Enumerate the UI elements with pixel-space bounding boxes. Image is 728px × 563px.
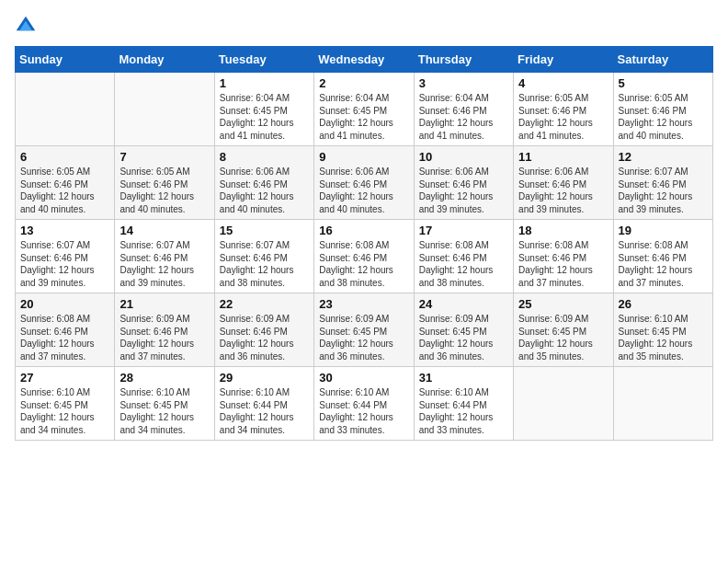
calendar: SundayMondayTuesdayWednesdayThursdayFrid…	[15, 46, 713, 441]
calendar-week-row: 6Sunrise: 6:05 AM Sunset: 6:46 PM Daylig…	[16, 146, 713, 220]
day-info: Sunrise: 6:09 AM Sunset: 6:45 PM Dayligh…	[419, 313, 508, 362]
day-info: Sunrise: 6:05 AM Sunset: 6:46 PM Dayligh…	[518, 92, 608, 142]
calendar-cell: 22Sunrise: 6:09 AM Sunset: 6:46 PM Dayli…	[214, 293, 313, 367]
calendar-week-row: 20Sunrise: 6:08 AM Sunset: 6:46 PM Dayli…	[16, 293, 713, 367]
day-number: 16	[319, 224, 408, 237]
day-info: Sunrise: 6:06 AM Sunset: 6:46 PM Dayligh…	[419, 166, 508, 215]
day-number: 1	[220, 76, 309, 90]
calendar-cell: 3Sunrise: 6:04 AM Sunset: 6:46 PM Daylig…	[414, 73, 513, 146]
page-header	[15, 15, 713, 37]
calendar-cell	[115, 73, 214, 146]
day-info: Sunrise: 6:07 AM Sunset: 6:46 PM Dayligh…	[119, 239, 209, 289]
weekday-header: Sunday	[16, 47, 115, 73]
day-number: 24	[419, 297, 508, 311]
weekday-header: Wednesday	[314, 47, 414, 73]
day-info: Sunrise: 6:06 AM Sunset: 6:46 PM Dayligh…	[319, 166, 408, 215]
day-number: 2	[319, 76, 408, 90]
logo	[15, 15, 40, 37]
day-info: Sunrise: 6:06 AM Sunset: 6:46 PM Dayligh…	[220, 166, 309, 215]
day-info: Sunrise: 6:09 AM Sunset: 6:45 PM Dayligh…	[319, 313, 408, 362]
weekday-header: Saturday	[613, 47, 712, 73]
calendar-cell: 19Sunrise: 6:08 AM Sunset: 6:46 PM Dayli…	[613, 220, 712, 293]
calendar-week-row: 27Sunrise: 6:10 AM Sunset: 6:45 PM Dayli…	[16, 367, 713, 441]
day-info: Sunrise: 6:09 AM Sunset: 6:46 PM Dayligh…	[119, 313, 209, 362]
day-info: Sunrise: 6:06 AM Sunset: 6:46 PM Dayligh…	[518, 166, 608, 215]
day-number: 10	[419, 150, 508, 164]
day-info: Sunrise: 6:10 AM Sunset: 6:45 PM Dayligh…	[20, 386, 109, 436]
logo-icon	[15, 15, 37, 37]
day-info: Sunrise: 6:08 AM Sunset: 6:46 PM Dayligh…	[419, 239, 508, 289]
day-info: Sunrise: 6:08 AM Sunset: 6:46 PM Dayligh…	[20, 313, 109, 362]
day-number: 4	[518, 76, 608, 90]
calendar-cell: 4Sunrise: 6:05 AM Sunset: 6:46 PM Daylig…	[514, 73, 613, 146]
calendar-cell: 26Sunrise: 6:10 AM Sunset: 6:45 PM Dayli…	[613, 293, 712, 367]
day-info: Sunrise: 6:10 AM Sunset: 6:44 PM Dayligh…	[419, 386, 508, 436]
calendar-cell: 20Sunrise: 6:08 AM Sunset: 6:46 PM Dayli…	[16, 293, 115, 367]
calendar-cell: 23Sunrise: 6:09 AM Sunset: 6:45 PM Dayli…	[314, 293, 414, 367]
day-info: Sunrise: 6:09 AM Sunset: 6:46 PM Dayligh…	[220, 313, 309, 362]
day-info: Sunrise: 6:07 AM Sunset: 6:46 PM Dayligh…	[619, 166, 708, 215]
day-info: Sunrise: 6:05 AM Sunset: 6:46 PM Dayligh…	[619, 92, 708, 142]
day-number: 17	[419, 224, 508, 237]
day-info: Sunrise: 6:04 AM Sunset: 6:45 PM Dayligh…	[220, 92, 309, 142]
day-info: Sunrise: 6:10 AM Sunset: 6:44 PM Dayligh…	[319, 386, 408, 436]
day-number: 26	[619, 297, 708, 311]
calendar-cell: 18Sunrise: 6:08 AM Sunset: 6:46 PM Dayli…	[514, 220, 613, 293]
day-number: 6	[20, 150, 109, 164]
weekday-header: Monday	[115, 47, 214, 73]
day-number: 5	[619, 76, 708, 90]
day-info: Sunrise: 6:04 AM Sunset: 6:45 PM Dayligh…	[319, 92, 408, 142]
day-number: 28	[119, 371, 209, 385]
calendar-cell: 7Sunrise: 6:05 AM Sunset: 6:46 PM Daylig…	[115, 146, 214, 220]
day-number: 31	[419, 371, 508, 385]
day-number: 3	[419, 76, 508, 90]
calendar-cell: 16Sunrise: 6:08 AM Sunset: 6:46 PM Dayli…	[314, 220, 414, 293]
calendar-cell: 30Sunrise: 6:10 AM Sunset: 6:44 PM Dayli…	[314, 367, 414, 441]
day-number: 13	[20, 224, 109, 237]
day-number: 29	[220, 371, 309, 385]
calendar-cell: 5Sunrise: 6:05 AM Sunset: 6:46 PM Daylig…	[613, 73, 712, 146]
day-number: 20	[20, 297, 109, 311]
calendar-cell: 8Sunrise: 6:06 AM Sunset: 6:46 PM Daylig…	[214, 146, 313, 220]
calendar-cell: 11Sunrise: 6:06 AM Sunset: 6:46 PM Dayli…	[514, 146, 613, 220]
day-number: 23	[319, 297, 408, 311]
day-info: Sunrise: 6:04 AM Sunset: 6:46 PM Dayligh…	[419, 92, 508, 142]
day-number: 14	[119, 224, 209, 237]
day-number: 11	[518, 150, 608, 164]
calendar-week-row: 1Sunrise: 6:04 AM Sunset: 6:45 PM Daylig…	[16, 73, 713, 146]
day-info: Sunrise: 6:08 AM Sunset: 6:46 PM Dayligh…	[619, 239, 708, 289]
calendar-cell: 6Sunrise: 6:05 AM Sunset: 6:46 PM Daylig…	[16, 146, 115, 220]
calendar-cell: 29Sunrise: 6:10 AM Sunset: 6:44 PM Dayli…	[214, 367, 313, 441]
calendar-cell: 24Sunrise: 6:09 AM Sunset: 6:45 PM Dayli…	[414, 293, 513, 367]
calendar-cell: 15Sunrise: 6:07 AM Sunset: 6:46 PM Dayli…	[214, 220, 313, 293]
calendar-week-row: 13Sunrise: 6:07 AM Sunset: 6:46 PM Dayli…	[16, 220, 713, 293]
day-number: 7	[119, 150, 209, 164]
day-info: Sunrise: 6:10 AM Sunset: 6:45 PM Dayligh…	[119, 386, 209, 436]
calendar-cell: 1Sunrise: 6:04 AM Sunset: 6:45 PM Daylig…	[214, 73, 313, 146]
calendar-cell: 17Sunrise: 6:08 AM Sunset: 6:46 PM Dayli…	[414, 220, 513, 293]
calendar-cell	[613, 367, 712, 441]
calendar-header-row: SundayMondayTuesdayWednesdayThursdayFrid…	[16, 47, 713, 73]
calendar-cell: 25Sunrise: 6:09 AM Sunset: 6:45 PM Dayli…	[514, 293, 613, 367]
calendar-cell: 2Sunrise: 6:04 AM Sunset: 6:45 PM Daylig…	[314, 73, 414, 146]
day-number: 18	[518, 224, 608, 237]
day-info: Sunrise: 6:10 AM Sunset: 6:44 PM Dayligh…	[220, 386, 309, 436]
calendar-cell: 12Sunrise: 6:07 AM Sunset: 6:46 PM Dayli…	[613, 146, 712, 220]
calendar-cell	[16, 73, 115, 146]
calendar-cell: 9Sunrise: 6:06 AM Sunset: 6:46 PM Daylig…	[314, 146, 414, 220]
calendar-cell: 10Sunrise: 6:06 AM Sunset: 6:46 PM Dayli…	[414, 146, 513, 220]
day-info: Sunrise: 6:07 AM Sunset: 6:46 PM Dayligh…	[220, 239, 309, 289]
day-number: 12	[619, 150, 708, 164]
day-number: 15	[220, 224, 309, 237]
day-info: Sunrise: 6:08 AM Sunset: 6:46 PM Dayligh…	[319, 239, 408, 289]
day-number: 8	[220, 150, 309, 164]
day-info: Sunrise: 6:05 AM Sunset: 6:46 PM Dayligh…	[20, 166, 109, 215]
day-number: 27	[20, 371, 109, 385]
calendar-cell: 31Sunrise: 6:10 AM Sunset: 6:44 PM Dayli…	[414, 367, 513, 441]
day-info: Sunrise: 6:10 AM Sunset: 6:45 PM Dayligh…	[619, 313, 708, 362]
weekday-header: Tuesday	[214, 47, 313, 73]
day-number: 21	[119, 297, 209, 311]
weekday-header: Thursday	[414, 47, 513, 73]
calendar-cell: 14Sunrise: 6:07 AM Sunset: 6:46 PM Dayli…	[115, 220, 214, 293]
calendar-cell: 13Sunrise: 6:07 AM Sunset: 6:46 PM Dayli…	[16, 220, 115, 293]
